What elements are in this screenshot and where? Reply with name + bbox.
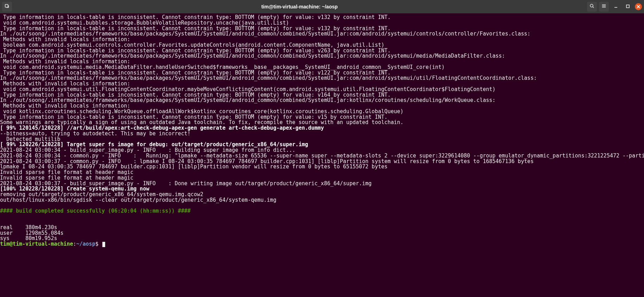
maximize-icon — [626, 4, 630, 10]
new-tab-icon — [5, 4, 9, 10]
cursor — [102, 242, 105, 247]
hamburger-menu-button[interactable] — [599, 2, 609, 12]
minimize-icon — [614, 4, 618, 10]
svg-rect-7 — [626, 5, 629, 8]
terminal-line: out/host/linux-x86/bin/sgdisk --clear ou… — [0, 198, 644, 203]
terminal-line: --bitness=auto, trying to autodetect. Th… — [0, 131, 644, 137]
new-tab-button[interactable] — [2, 2, 12, 12]
search-icon — [589, 4, 594, 10]
maximize-button[interactable] — [623, 2, 633, 12]
terminal-prompt[interactable]: tim@tim-virtual-machine:~/aosp$ — [0, 241, 644, 247]
minimize-button[interactable] — [611, 2, 621, 12]
search-button[interactable] — [587, 2, 597, 12]
terminal-line: user 1298m55.084s — [0, 231, 644, 236]
terminal-line: real 380m4.230s — [0, 225, 644, 231]
prompt-colon: : — [73, 241, 76, 247]
terminal-line — [0, 219, 644, 225]
prompt-user-host: tim@tim-virtual-machine — [0, 241, 73, 247]
terminal-line: #### build completed successfully (06:20… — [0, 208, 644, 214]
close-icon — [637, 4, 640, 10]
terminal-output[interactable]: Type information in locals-table is inco… — [0, 13, 644, 247]
close-button[interactable] — [635, 3, 642, 10]
svg-line-2 — [593, 7, 594, 8]
svg-rect-0 — [5, 5, 8, 7]
hamburger-icon — [601, 4, 606, 10]
prompt-dollar: $ — [95, 241, 102, 247]
prompt-path: ~/aosp — [76, 241, 95, 247]
window-title: tim@tim-virtual-machine: ~/aosp — [12, 4, 587, 9]
terminal-line — [0, 214, 644, 220]
window-titlebar: tim@tim-virtual-machine: ~/aosp — [0, 0, 644, 13]
svg-point-1 — [590, 4, 593, 7]
